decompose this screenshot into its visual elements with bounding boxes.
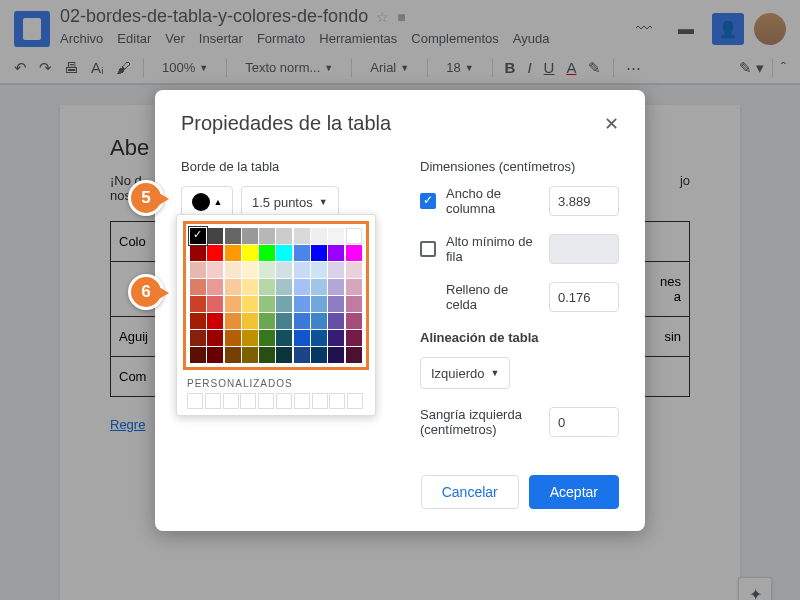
- color-swatch[interactable]: [346, 245, 362, 261]
- color-swatch[interactable]: [190, 245, 206, 261]
- color-swatch[interactable]: [207, 347, 223, 363]
- col-width-checkbox[interactable]: [420, 193, 436, 209]
- color-swatch[interactable]: [294, 330, 310, 346]
- color-swatch[interactable]: [225, 296, 241, 312]
- color-swatch[interactable]: [207, 296, 223, 312]
- color-swatch[interactable]: [259, 245, 275, 261]
- color-swatch[interactable]: [294, 245, 310, 261]
- color-swatch[interactable]: [242, 313, 258, 329]
- color-swatch[interactable]: [346, 279, 362, 295]
- color-swatch[interactable]: [346, 313, 362, 329]
- indent-input[interactable]: [549, 407, 619, 437]
- color-swatch[interactable]: [294, 347, 310, 363]
- color-swatch[interactable]: [225, 245, 241, 261]
- color-swatch[interactable]: [207, 245, 223, 261]
- color-swatch[interactable]: [242, 228, 258, 244]
- custom-swatch[interactable]: [276, 393, 292, 409]
- color-swatch[interactable]: [259, 347, 275, 363]
- color-swatch[interactable]: [276, 228, 292, 244]
- color-swatch[interactable]: [207, 330, 223, 346]
- custom-swatch[interactable]: [240, 393, 256, 409]
- color-swatch[interactable]: [242, 245, 258, 261]
- color-swatch[interactable]: [328, 313, 344, 329]
- color-swatch[interactable]: [242, 279, 258, 295]
- color-swatch[interactable]: [207, 228, 223, 244]
- custom-swatch[interactable]: [294, 393, 310, 409]
- color-swatch[interactable]: [311, 262, 327, 278]
- row-height-checkbox[interactable]: [420, 241, 436, 257]
- color-swatch[interactable]: [242, 347, 258, 363]
- accept-button[interactable]: Aceptar: [529, 475, 619, 509]
- color-swatch[interactable]: [190, 262, 206, 278]
- color-swatch[interactable]: [276, 245, 292, 261]
- color-swatch[interactable]: [328, 330, 344, 346]
- color-swatch[interactable]: [276, 262, 292, 278]
- color-swatch[interactable]: [294, 262, 310, 278]
- color-swatch[interactable]: [311, 245, 327, 261]
- close-icon[interactable]: ✕: [604, 113, 619, 135]
- alignment-select[interactable]: Izquierdo ▼: [420, 357, 510, 389]
- custom-swatch[interactable]: [258, 393, 274, 409]
- color-swatch[interactable]: [259, 313, 275, 329]
- color-swatch[interactable]: [311, 330, 327, 346]
- color-swatch[interactable]: [276, 313, 292, 329]
- color-swatch[interactable]: [225, 279, 241, 295]
- color-swatch[interactable]: [259, 262, 275, 278]
- color-swatch[interactable]: [311, 279, 327, 295]
- color-swatch[interactable]: [311, 296, 327, 312]
- color-swatch[interactable]: [259, 330, 275, 346]
- color-swatch[interactable]: [328, 347, 344, 363]
- color-swatch[interactable]: [294, 228, 310, 244]
- color-swatch[interactable]: [276, 347, 292, 363]
- color-swatch[interactable]: [225, 330, 241, 346]
- color-swatch[interactable]: [225, 347, 241, 363]
- custom-swatch[interactable]: [187, 393, 203, 409]
- color-swatch[interactable]: [259, 296, 275, 312]
- color-swatch[interactable]: [276, 330, 292, 346]
- color-swatch[interactable]: [328, 279, 344, 295]
- color-swatch[interactable]: [346, 330, 362, 346]
- custom-swatch[interactable]: [312, 393, 328, 409]
- color-swatch[interactable]: [190, 279, 206, 295]
- custom-swatch[interactable]: [223, 393, 239, 409]
- color-swatch[interactable]: [242, 296, 258, 312]
- color-swatch[interactable]: [311, 347, 327, 363]
- color-swatch[interactable]: [207, 279, 223, 295]
- col-width-input[interactable]: [549, 186, 619, 216]
- color-swatch[interactable]: [242, 262, 258, 278]
- color-swatch[interactable]: [225, 228, 241, 244]
- color-swatch[interactable]: [311, 313, 327, 329]
- color-swatch[interactable]: [346, 347, 362, 363]
- color-swatch[interactable]: [346, 228, 362, 244]
- color-swatch[interactable]: [190, 228, 206, 244]
- custom-swatch[interactable]: [205, 393, 221, 409]
- color-swatch[interactable]: [190, 330, 206, 346]
- color-swatch[interactable]: [294, 296, 310, 312]
- color-swatch[interactable]: [276, 279, 292, 295]
- color-swatch[interactable]: [311, 228, 327, 244]
- color-swatch[interactable]: [259, 228, 275, 244]
- color-swatch[interactable]: [190, 347, 206, 363]
- color-swatch[interactable]: [225, 262, 241, 278]
- color-swatch[interactable]: [346, 296, 362, 312]
- custom-swatch[interactable]: [347, 393, 363, 409]
- color-swatch[interactable]: [207, 313, 223, 329]
- color-swatch[interactable]: [259, 279, 275, 295]
- color-swatch[interactable]: [276, 296, 292, 312]
- custom-colors-label: PERSONALIZADOS: [183, 378, 369, 389]
- color-swatch[interactable]: [225, 313, 241, 329]
- color-swatch[interactable]: [190, 313, 206, 329]
- color-swatch[interactable]: [328, 245, 344, 261]
- color-swatch[interactable]: [328, 296, 344, 312]
- color-swatch[interactable]: [207, 262, 223, 278]
- cancel-button[interactable]: Cancelar: [421, 475, 519, 509]
- custom-swatch[interactable]: [329, 393, 345, 409]
- color-swatch[interactable]: [346, 262, 362, 278]
- color-swatch[interactable]: [328, 228, 344, 244]
- color-swatch[interactable]: [328, 262, 344, 278]
- color-swatch[interactable]: [294, 313, 310, 329]
- color-swatch[interactable]: [242, 330, 258, 346]
- cell-padding-input[interactable]: [549, 282, 619, 312]
- color-swatch[interactable]: [294, 279, 310, 295]
- color-swatch[interactable]: [190, 296, 206, 312]
